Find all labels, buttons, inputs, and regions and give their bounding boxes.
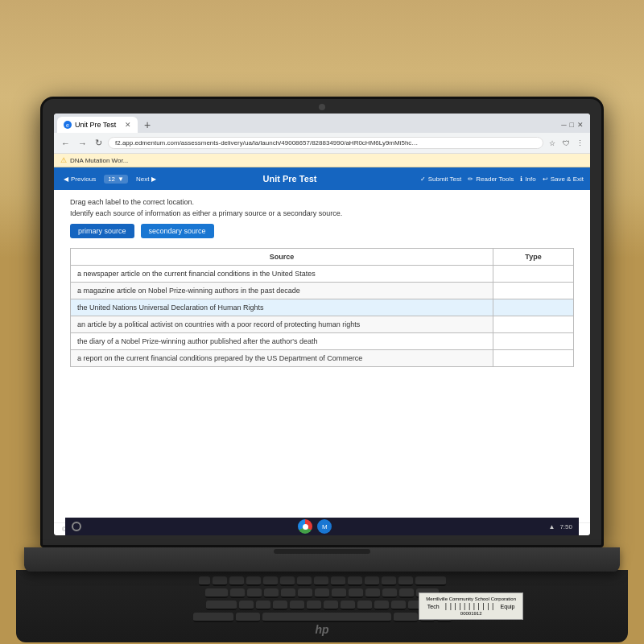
active-tab[interactable]: e Unit Pre Test ✕	[57, 117, 138, 133]
taskbar-right: ▲ 7:50	[549, 523, 573, 530]
chrome-taskbar-icon[interactable]	[298, 519, 312, 534]
key[interactable]	[256, 601, 270, 610]
key[interactable]	[382, 588, 397, 598]
key[interactable]	[382, 576, 396, 586]
back-btn[interactable]: ←	[59, 137, 72, 150]
table-row[interactable]: a report on the current financial condit…	[71, 350, 574, 367]
key[interactable]	[315, 588, 329, 598]
new-tab-btn[interactable]: +	[139, 117, 155, 133]
info-button[interactable]: ℹ Info	[520, 175, 535, 183]
key[interactable]	[229, 576, 244, 586]
browser-tabs-bar: e Unit Pre Test ✕ + ─ □ ✕	[54, 114, 590, 133]
key[interactable]	[357, 601, 372, 610]
col-type-header: Type	[493, 249, 574, 266]
key[interactable]	[314, 576, 328, 586]
key-alt-l[interactable]	[236, 613, 260, 622]
key[interactable]	[348, 576, 362, 586]
barcode: |||||||||||	[444, 603, 496, 610]
key[interactable]	[307, 601, 321, 610]
meet-taskbar-icon[interactable]: M	[317, 519, 332, 534]
key[interactable]	[374, 601, 389, 610]
key[interactable]	[280, 576, 295, 586]
instruction1: Drag each label to the correct location.	[70, 198, 574, 206]
save-exit-button[interactable]: ↩ Save & Exit	[543, 175, 584, 183]
wifi-icon: ▲	[549, 523, 555, 530]
key[interactable]	[263, 576, 278, 586]
shield-icon: 🛡	[560, 138, 572, 149]
key-alt-r[interactable]	[394, 613, 418, 622]
key[interactable]	[399, 588, 414, 598]
key[interactable]	[332, 588, 346, 598]
minimize-btn[interactable]: ─	[561, 121, 566, 129]
app-title: Unit Pre Test	[164, 174, 415, 184]
type-cell[interactable]	[493, 283, 574, 299]
laptop-hinge	[274, 549, 370, 554]
key[interactable]	[341, 601, 355, 610]
table-row[interactable]: an article by a political activist on co…	[71, 316, 574, 333]
key[interactable]	[365, 588, 380, 598]
address-bar[interactable]: f2.app.edmentum.com/assessments-delivery…	[108, 137, 543, 149]
prev-arrow-icon: ◀	[64, 175, 68, 183]
col-source-header: Source	[71, 249, 493, 266]
key[interactable]	[298, 588, 312, 598]
table-row[interactable]: the United Nations Universal Declaration…	[71, 299, 574, 316]
type-cell[interactable]	[493, 299, 574, 316]
key-tab[interactable]	[205, 588, 228, 598]
key-backspace[interactable]	[415, 576, 446, 586]
key[interactable]	[324, 601, 338, 610]
type-cell[interactable]	[493, 316, 574, 333]
keyboard-rows	[16, 570, 628, 625]
forward-btn[interactable]: →	[76, 137, 89, 150]
main-content: Drag each label to the correct location.…	[54, 190, 590, 522]
type-cell[interactable]	[493, 350, 574, 367]
submit-icon: ✓	[420, 175, 426, 183]
key[interactable]	[391, 601, 406, 610]
drag-labels-container: primary source secondary source	[70, 224, 574, 238]
reader-tools-button[interactable]: ✏ Reader Tools	[468, 175, 514, 183]
key[interactable]	[199, 576, 210, 586]
type-cell[interactable]	[493, 333, 574, 350]
type-cell[interactable]	[493, 266, 574, 283]
laptop-base	[24, 547, 620, 572]
key[interactable]	[273, 601, 287, 610]
asset-equip-label: Equip	[501, 604, 515, 609]
close-window-btn[interactable]: ✕	[577, 121, 584, 129]
next-button[interactable]: Next ▶	[133, 174, 159, 184]
table-row[interactable]: a magazine article on Nobel Prize-winnin…	[71, 283, 574, 299]
key[interactable]	[297, 576, 312, 586]
reload-btn[interactable]: ↻	[93, 136, 105, 150]
key[interactable]	[281, 588, 295, 598]
key-space[interactable]	[262, 613, 391, 622]
dropdown-icon[interactable]: ▼	[118, 175, 124, 183]
source-cell: an article by a political activist on co…	[71, 316, 493, 333]
primary-source-label[interactable]: primary source	[70, 224, 134, 238]
key-ctrl[interactable]	[193, 613, 233, 622]
key[interactable]	[239, 601, 254, 610]
screen: e Unit Pre Test ✕ + ─ □ ✕ ← → ↻ f2.app.e…	[54, 114, 590, 535]
previous-button[interactable]: ◀ Previous	[60, 174, 99, 184]
taskbar-apps-btn[interactable]	[72, 522, 81, 531]
key[interactable]	[246, 576, 261, 586]
submit-test-button[interactable]: ✓ Submit Test	[420, 175, 462, 183]
app-toolbar: ◀ Previous 12 ▼ Next ▶ Unit Pre Test ✓ S…	[54, 167, 590, 190]
tab-close-btn[interactable]: ✕	[125, 121, 131, 129]
question-number: 12 ▼	[104, 175, 128, 184]
maximize-btn[interactable]: □	[570, 121, 574, 129]
asset-tag: Merrillville Community School Corporatio…	[419, 592, 523, 620]
key[interactable]	[398, 576, 413, 586]
key[interactable]	[365, 576, 379, 586]
key[interactable]	[230, 588, 245, 598]
key[interactable]	[247, 588, 262, 598]
table-row[interactable]: a newspaper article on the current finan…	[71, 266, 574, 283]
key[interactable]	[213, 576, 227, 586]
menu-icon[interactable]: ⋮	[574, 138, 585, 149]
key[interactable]	[290, 601, 304, 610]
bookmark-icon[interactable]: ☆	[547, 138, 558, 149]
key[interactable]	[349, 588, 363, 598]
key[interactable]	[331, 576, 345, 586]
tab-favicon: e	[64, 121, 72, 129]
key[interactable]	[264, 588, 279, 598]
key-caps[interactable]	[206, 601, 237, 610]
table-row[interactable]: the diary of a Nobel Prize-winning autho…	[71, 333, 574, 350]
secondary-source-label[interactable]: secondary source	[141, 224, 214, 238]
